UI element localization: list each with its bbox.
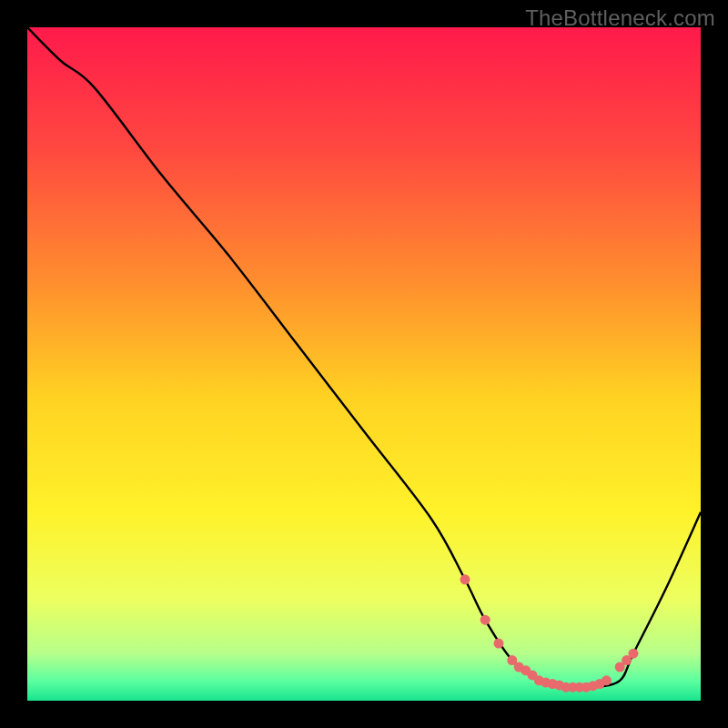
gradient-background [27,27,701,701]
marker-dot [602,675,612,685]
marker-dot [629,649,639,659]
chart-frame: TheBottleneck.com [0,0,728,728]
marker-dot [460,574,470,584]
marker-dot [480,615,490,625]
chart-svg [27,27,701,701]
plot-area [27,27,701,701]
marker-dot [494,639,504,649]
